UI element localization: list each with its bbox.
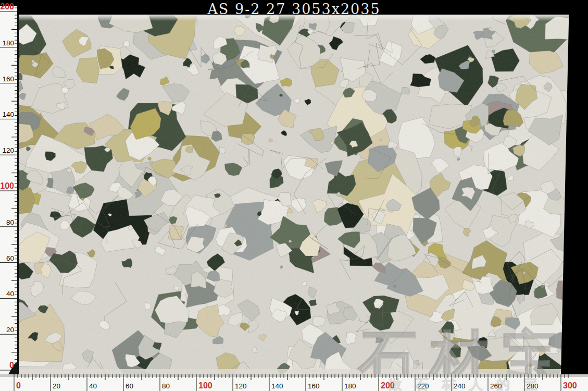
svg-text:300: 300 — [563, 381, 577, 390]
slab-stone-texture — [17, 15, 569, 374]
svg-text:100: 100 — [198, 381, 212, 390]
svg-text:60: 60 — [6, 254, 14, 262]
svg-text:260: 260 — [490, 382, 502, 390]
svg-text:180: 180 — [344, 382, 356, 390]
slab-scan-viewer: AS 9-2 27 3053x2035 石材宝 0204060801001201… — [0, 0, 588, 391]
svg-text:0: 0 — [9, 361, 14, 370]
slab-title: AS 9-2 27 3053x2035 — [0, 0, 588, 19]
svg-text:140: 140 — [271, 382, 283, 390]
svg-text:160: 160 — [2, 75, 14, 83]
svg-text:140: 140 — [2, 111, 14, 118]
svg-text:120: 120 — [235, 382, 247, 390]
svg-text:0: 0 — [16, 381, 21, 390]
svg-text:180: 180 — [2, 39, 14, 47]
svg-text:100: 100 — [0, 181, 14, 190]
svg-text:240: 240 — [454, 382, 466, 390]
svg-text:280: 280 — [527, 382, 539, 390]
svg-text:200: 200 — [381, 381, 395, 390]
svg-text:60: 60 — [126, 382, 133, 390]
svg-text:220: 220 — [417, 382, 429, 390]
slab-image — [17, 15, 569, 374]
svg-text:20: 20 — [6, 326, 14, 334]
watermark-tagline: 做石材人的宝 — [388, 375, 551, 391]
svg-text:40: 40 — [89, 382, 97, 390]
svg-text:80: 80 — [6, 218, 14, 226]
svg-text:80: 80 — [162, 382, 170, 390]
svg-text:40: 40 — [6, 290, 14, 298]
svg-text:160: 160 — [308, 382, 320, 390]
svg-text:20: 20 — [53, 382, 60, 390]
svg-text:120: 120 — [2, 146, 14, 154]
